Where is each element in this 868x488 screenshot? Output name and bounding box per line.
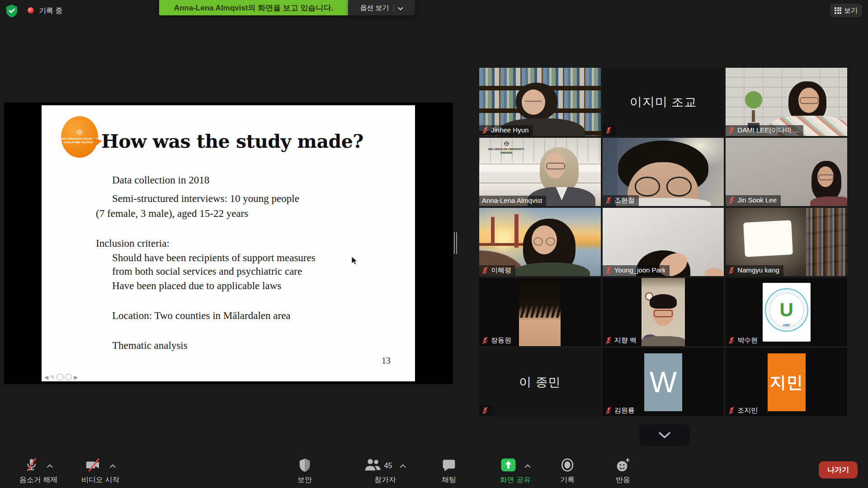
participant-name-label — [479, 405, 492, 416]
participant-tile-7[interactable]: 이혜령 — [479, 208, 601, 276]
participant-tile-13[interactable]: 이 종민 — [479, 348, 601, 416]
zoom-meeting-window: 기록 중 Anna-Lena Almqvist의 화면을 보고 있습니다. 옵션… — [0, 0, 868, 488]
view-layout-button[interactable]: 보기 — [830, 4, 862, 17]
meeting-toolbar: 음소거 해제비디오 시작보안45참가자채팅화면 공유기록반응 — [0, 454, 868, 488]
scene-shape — [810, 197, 847, 206]
more-icon[interactable]: … — [65, 374, 72, 380]
toolbar-record-button[interactable]: 기록 — [560, 458, 575, 485]
muted-mic-icon — [482, 267, 488, 274]
view-options-label: 옵션 보기 — [360, 4, 389, 12]
slide-text-line: (7 female, 3 male), aged 15-22 years — [96, 208, 248, 220]
caret-up-icon[interactable] — [524, 464, 531, 468]
participant-name-label: 이혜령 — [479, 265, 515, 276]
caret-up-icon[interactable] — [399, 464, 406, 468]
grid-view-icon — [835, 7, 841, 14]
participant-tile-11[interactable]: 지향 백 — [603, 278, 724, 346]
scene-shape — [513, 263, 590, 276]
toolbar-chat-button[interactable]: 채팅 — [442, 458, 456, 485]
leave-meeting-button[interactable]: 나가기 — [819, 461, 858, 479]
meeting-info-shield-icon[interactable] — [5, 4, 18, 18]
participant-tile-2[interactable]: 이지미 조교 — [603, 68, 724, 136]
toolbar-video-button[interactable]: 비디오 시작 — [81, 458, 119, 485]
participant-name-label: Jinhee Hyun — [479, 125, 533, 136]
participant-tile-5[interactable]: 조현철 — [603, 138, 724, 206]
logo-text-line: SWEDEN — [484, 151, 529, 155]
toolbar-label: 채팅 — [442, 475, 456, 485]
slide-text-line: Location: Two counties in Mälardalen are… — [112, 310, 291, 322]
logo-glyph-icon — [484, 141, 529, 147]
participant-tile-8[interactable]: Young_joon Park — [603, 208, 724, 276]
muted-mic-icon — [605, 337, 612, 344]
slide-text-line: Have been placed due to applicable laws — [112, 280, 281, 292]
participant-tile-9[interactable]: Namgyu kang — [726, 208, 847, 276]
toolbar-share-button[interactable]: 화면 공유 — [500, 458, 531, 485]
muted-mic-icon — [728, 337, 735, 344]
video-scene: 이 종민 — [479, 348, 601, 416]
participant-count-badge: 45 — [384, 462, 392, 470]
participant-tile-4[interactable]: MÄLARDALEN UNIVERSITYSWEDENAnna-Lena Alm… — [479, 138, 601, 206]
panel-resize-handle[interactable] — [454, 232, 457, 254]
participant-name: Young_joon Park — [614, 267, 666, 274]
toolbar-participants-button[interactable]: 45참가자 — [364, 458, 406, 485]
prev-arrow-icon[interactable]: ◀ — [44, 374, 48, 380]
toolbar-reactions-button[interactable]: 반응 — [615, 458, 631, 485]
participant-tile-10[interactable]: 장동원 — [479, 278, 601, 346]
participant-tile-15[interactable]: 지민조지민 — [726, 348, 847, 416]
toolbar-label: 화면 공유 — [500, 475, 531, 485]
slide-text-line: Semi-structured interviews: 10 young peo… — [112, 193, 299, 205]
participant-name-label: 조현철 — [603, 195, 639, 206]
toolbar-unmute-button[interactable]: 음소거 해제 — [19, 458, 57, 485]
scene-shape — [806, 208, 847, 276]
logo-text-line: MÄLARDALEN UNIVERSITY — [484, 148, 529, 151]
camera-off-icon — [85, 457, 102, 474]
participant-tile-14[interactable]: W김원룡 — [603, 348, 724, 416]
screen-icon[interactable] — [57, 374, 63, 380]
next-arrow-icon[interactable]: ▶ — [74, 374, 78, 380]
participant-name: 장동원 — [491, 337, 511, 344]
scene-shape — [545, 152, 566, 178]
toolbar-security-button[interactable]: 보안 — [297, 458, 312, 485]
recording-dot-icon — [28, 7, 34, 14]
muted-mic-icon — [605, 267, 612, 274]
view-options-button[interactable]: 옵션 보기 — [348, 0, 415, 15]
participant-name-label: 장동원 — [479, 335, 515, 346]
scene-shape — [769, 293, 804, 327]
participant-tile-12[interactable]: U1967박수현 — [726, 278, 847, 346]
participant-name-label: Namgyu kang — [726, 265, 783, 276]
caret-up-icon[interactable] — [46, 464, 53, 468]
muted-mic-icon — [482, 337, 488, 344]
scene-shape — [653, 300, 674, 326]
slide-text-line: Should have been recipients of support m… — [112, 252, 316, 264]
participant-tile-6[interactable]: Jin Sook Lee — [726, 138, 847, 206]
toolbar-label: 반응 — [616, 475, 630, 485]
chevron-down-icon — [658, 432, 671, 439]
muted-mic-icon — [482, 127, 488, 134]
scene-shape — [519, 278, 561, 346]
participant-name: Anna-Lena Almqvist — [482, 197, 542, 205]
logo-text-line: MÄLARDALENS HÖGSKOLA — [61, 137, 98, 141]
participant-tile-3[interactable]: DAMI LEE(이다미 ... — [726, 68, 847, 136]
recording-status-label: 기록 중 — [39, 6, 62, 16]
participant-name-text: 이 종민 — [519, 374, 561, 390]
participant-name-label — [603, 125, 616, 136]
participant-tile-1[interactable]: Jinhee Hyun — [479, 68, 601, 136]
participant-name: 지향 백 — [614, 337, 637, 344]
chat-icon — [442, 458, 456, 474]
pen-icon[interactable]: ✎ — [50, 374, 55, 380]
slide-text-line: Thematic analysis — [112, 340, 188, 352]
muted-mic-icon — [728, 127, 735, 134]
people-icon — [364, 458, 382, 474]
participant-name-label: 김원룡 — [603, 405, 639, 416]
participant-name: Namgyu kang — [737, 267, 779, 274]
toolbar-label: 기록 — [560, 475, 575, 485]
muted-mic-icon — [605, 407, 612, 414]
slide-text-line: Inclusion criteria: — [96, 238, 170, 249]
toolbar-label: 참가자 — [374, 475, 396, 485]
caret-up-icon[interactable] — [109, 464, 116, 468]
muted-mic-icon — [482, 407, 488, 414]
gallery-next-page-button[interactable] — [639, 424, 690, 446]
muted-mic-icon — [728, 407, 735, 414]
slide-title: How was the study made? — [101, 131, 363, 152]
participant-name: 김원룡 — [614, 407, 635, 414]
scene-shape — [705, 268, 723, 276]
